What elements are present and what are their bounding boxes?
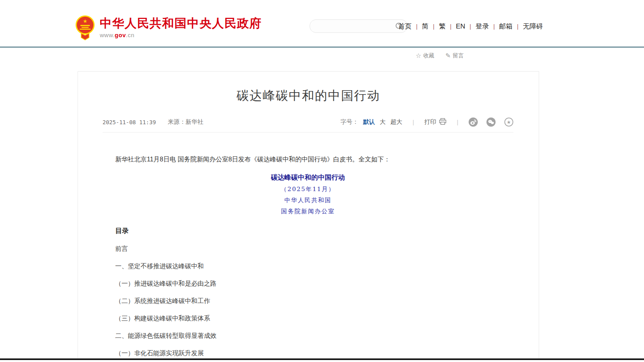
favorite-label: 收藏 (423, 52, 434, 59)
star-share-icon[interactable]: ★ (504, 118, 513, 127)
site-url[interactable]: www.gov.cn (100, 32, 262, 38)
wechat-share-icon[interactable] (486, 118, 496, 127)
toc-item-1: 一、坚定不移推进碳达峰碳中和 (115, 262, 501, 270)
page: ★ 中华人民共和国中央人民政府 www.gov.cn 首页 | 简 (0, 0, 644, 362)
article-card: 碳达峰碳中和的中国行动 2025-11-08 11:39 来源：新华社 字号： … (78, 71, 539, 359)
site-ident: 中华人民共和国中央人民政府 www.gov.cn (100, 17, 262, 38)
toc-item-preface: 前言 (115, 245, 501, 253)
toc-item-2: 二、能源绿色低碳转型取得显著成效 (115, 332, 501, 340)
nav-item-simplified[interactable]: 简 (422, 22, 429, 31)
document-org-line1: 中华人民共和国 (115, 197, 501, 204)
message-label: 留言 (453, 52, 464, 59)
search-input[interactable] (316, 20, 391, 32)
toolbar-separator: | (412, 119, 414, 125)
favorite-link[interactable]: ☆ 收藏 (416, 52, 434, 59)
search-box (310, 19, 408, 33)
printer-icon (439, 118, 446, 126)
nav-item-english[interactable]: EN (456, 23, 465, 30)
nav-item-mail[interactable]: 邮箱 (499, 22, 513, 31)
national-emblem-logo[interactable]: ★ (75, 15, 95, 40)
article-meta-row: 2025-11-08 11:39 来源：新华社 字号： 默认 大 超大 | 打印 (103, 118, 513, 133)
viewport-bottom-line (0, 358, 644, 360)
article-body: 新华社北京11月8日电 国务院新闻办公室8日发布《碳达峰碳中和的中国行动》白皮书… (78, 155, 539, 357)
top-nav: 首页 | 简 | 繁 | EN | 登录 | 邮箱 | 无障碍 (398, 22, 543, 31)
nav-separator: | (517, 23, 519, 30)
nav-item-traditional[interactable]: 繁 (439, 22, 446, 31)
toolbar-separator: | (457, 119, 458, 125)
site-url-highlight: gov (115, 32, 126, 38)
document-title: 碳达峰碳中和的中国行动 (115, 173, 501, 182)
source: 来源：新华社 (168, 118, 203, 126)
font-size-default-button[interactable]: 默认 (363, 118, 375, 126)
article-toolbar: 字号： 默认 大 超大 | 打印 | (340, 118, 513, 127)
print-button[interactable]: 打印 (424, 118, 446, 126)
weibo-share-icon[interactable] (469, 118, 478, 127)
site-url-prefix: www. (100, 32, 115, 38)
site-header: ★ 中华人民共和国中央人民政府 www.gov.cn 首页 | 简 (0, 0, 644, 47)
page-actions: ☆ 收藏 ✎ 留言 (416, 52, 464, 59)
nav-separator: | (433, 23, 435, 30)
site-url-suffix: .cn (126, 32, 135, 38)
message-link[interactable]: ✎ 留言 (445, 52, 464, 59)
font-size-large-button[interactable]: 大 (380, 118, 386, 126)
header-divider (0, 47, 644, 47)
nav-separator: | (450, 23, 452, 30)
print-label: 打印 (424, 118, 436, 126)
nav-separator: | (416, 23, 418, 30)
document-org-line2: 国务院新闻办公室 (115, 208, 501, 215)
site-title[interactable]: 中华人民共和国中央人民政府 (100, 17, 262, 30)
toc-item-1-1: （一）推进碳达峰碳中和是必由之路 (115, 280, 501, 288)
article-title: 碳达峰碳中和的中国行动 (78, 87, 539, 104)
pencil-icon: ✎ (445, 52, 450, 59)
source-link[interactable]: 新华社 (186, 118, 203, 125)
article-meta-left: 2025-11-08 11:39 来源：新华社 (103, 118, 203, 126)
toc-heading: 目录 (115, 226, 501, 235)
nav-item-home[interactable]: 首页 (398, 22, 412, 31)
lead-paragraph: 新华社北京11月8日电 国务院新闻办公室8日发布《碳达峰碳中和的中国行动》白皮书… (115, 155, 501, 164)
toc-item-1-3: （三）构建碳达峰碳中和政策体系 (115, 315, 501, 322)
toc-item-2-1: （一）非化石能源实现跃升发展 (115, 349, 501, 357)
nav-separator: | (469, 23, 471, 30)
nav-item-login[interactable]: 登录 (475, 22, 489, 31)
svg-text:★: ★ (83, 18, 87, 24)
toc-item-1-2: （二）系统推进碳达峰碳中和工作 (115, 297, 501, 305)
nav-separator: | (493, 23, 495, 30)
nav-item-accessibility[interactable]: 无障碍 (523, 22, 543, 31)
font-size-label: 字号： (340, 118, 358, 126)
font-size-xlarge-button[interactable]: 超大 (390, 118, 402, 126)
document-date: （2025年11月） (115, 186, 501, 193)
star-icon: ☆ (416, 52, 421, 59)
publish-date: 2025-11-08 11:39 (103, 119, 156, 125)
source-label: 来源： (168, 118, 186, 125)
svg-text:★: ★ (507, 119, 511, 125)
